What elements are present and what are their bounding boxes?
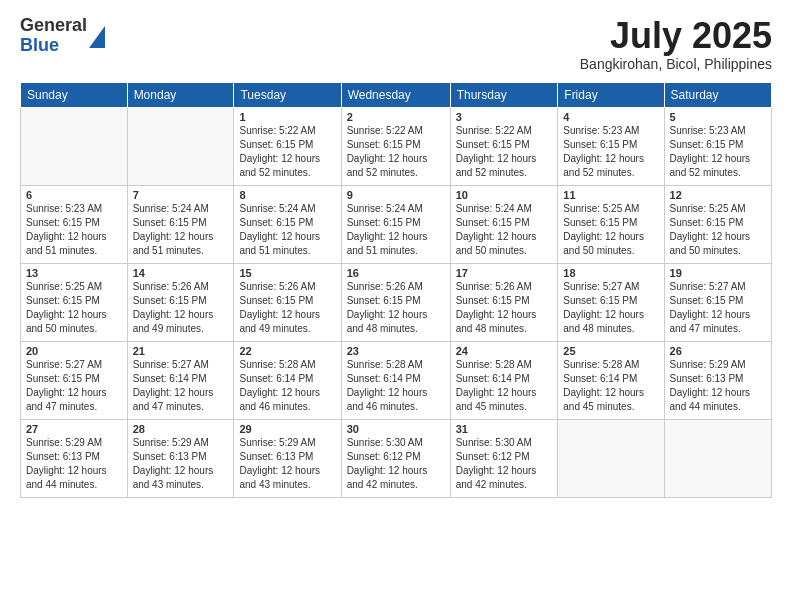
day-cell: 25Sunrise: 5:28 AM Sunset: 6:14 PM Dayli… bbox=[558, 341, 664, 419]
day-info: Sunrise: 5:22 AM Sunset: 6:15 PM Dayligh… bbox=[239, 124, 335, 180]
day-info: Sunrise: 5:24 AM Sunset: 6:15 PM Dayligh… bbox=[456, 202, 553, 258]
day-cell: 26Sunrise: 5:29 AM Sunset: 6:13 PM Dayli… bbox=[664, 341, 771, 419]
day-info: Sunrise: 5:29 AM Sunset: 6:13 PM Dayligh… bbox=[670, 358, 766, 414]
day-cell bbox=[21, 107, 128, 185]
day-cell: 3Sunrise: 5:22 AM Sunset: 6:15 PM Daylig… bbox=[450, 107, 558, 185]
day-number: 5 bbox=[670, 111, 766, 123]
day-info: Sunrise: 5:25 AM Sunset: 6:15 PM Dayligh… bbox=[26, 280, 122, 336]
day-number: 21 bbox=[133, 345, 229, 357]
day-cell: 1Sunrise: 5:22 AM Sunset: 6:15 PM Daylig… bbox=[234, 107, 341, 185]
day-number: 23 bbox=[347, 345, 445, 357]
day-cell: 31Sunrise: 5:30 AM Sunset: 6:12 PM Dayli… bbox=[450, 419, 558, 497]
day-cell: 20Sunrise: 5:27 AM Sunset: 6:15 PM Dayli… bbox=[21, 341, 128, 419]
col-tuesday: Tuesday bbox=[234, 82, 341, 107]
day-cell: 27Sunrise: 5:29 AM Sunset: 6:13 PM Dayli… bbox=[21, 419, 128, 497]
day-number: 14 bbox=[133, 267, 229, 279]
day-cell: 7Sunrise: 5:24 AM Sunset: 6:15 PM Daylig… bbox=[127, 185, 234, 263]
day-number: 8 bbox=[239, 189, 335, 201]
calendar-header-row: Sunday Monday Tuesday Wednesday Thursday… bbox=[21, 82, 772, 107]
day-number: 12 bbox=[670, 189, 766, 201]
day-info: Sunrise: 5:23 AM Sunset: 6:15 PM Dayligh… bbox=[670, 124, 766, 180]
day-number: 29 bbox=[239, 423, 335, 435]
month-title: July 2025 bbox=[580, 16, 772, 56]
day-cell: 8Sunrise: 5:24 AM Sunset: 6:15 PM Daylig… bbox=[234, 185, 341, 263]
day-number: 10 bbox=[456, 189, 553, 201]
day-cell: 24Sunrise: 5:28 AM Sunset: 6:14 PM Dayli… bbox=[450, 341, 558, 419]
col-thursday: Thursday bbox=[450, 82, 558, 107]
day-cell: 13Sunrise: 5:25 AM Sunset: 6:15 PM Dayli… bbox=[21, 263, 128, 341]
day-cell: 9Sunrise: 5:24 AM Sunset: 6:15 PM Daylig… bbox=[341, 185, 450, 263]
page: General Blue July 2025 Bangkirohan, Bico… bbox=[0, 0, 792, 612]
header: General Blue July 2025 Bangkirohan, Bico… bbox=[20, 16, 772, 72]
day-number: 13 bbox=[26, 267, 122, 279]
day-number: 17 bbox=[456, 267, 553, 279]
day-number: 2 bbox=[347, 111, 445, 123]
day-cell: 17Sunrise: 5:26 AM Sunset: 6:15 PM Dayli… bbox=[450, 263, 558, 341]
week-row-2: 6Sunrise: 5:23 AM Sunset: 6:15 PM Daylig… bbox=[21, 185, 772, 263]
week-row-1: 1Sunrise: 5:22 AM Sunset: 6:15 PM Daylig… bbox=[21, 107, 772, 185]
day-info: Sunrise: 5:22 AM Sunset: 6:15 PM Dayligh… bbox=[456, 124, 553, 180]
day-number: 25 bbox=[563, 345, 658, 357]
day-cell: 21Sunrise: 5:27 AM Sunset: 6:14 PM Dayli… bbox=[127, 341, 234, 419]
day-info: Sunrise: 5:26 AM Sunset: 6:15 PM Dayligh… bbox=[239, 280, 335, 336]
day-number: 6 bbox=[26, 189, 122, 201]
day-cell: 30Sunrise: 5:30 AM Sunset: 6:12 PM Dayli… bbox=[341, 419, 450, 497]
day-info: Sunrise: 5:22 AM Sunset: 6:15 PM Dayligh… bbox=[347, 124, 445, 180]
day-cell: 10Sunrise: 5:24 AM Sunset: 6:15 PM Dayli… bbox=[450, 185, 558, 263]
day-number: 20 bbox=[26, 345, 122, 357]
day-cell: 19Sunrise: 5:27 AM Sunset: 6:15 PM Dayli… bbox=[664, 263, 771, 341]
day-info: Sunrise: 5:28 AM Sunset: 6:14 PM Dayligh… bbox=[347, 358, 445, 414]
day-cell: 18Sunrise: 5:27 AM Sunset: 6:15 PM Dayli… bbox=[558, 263, 664, 341]
day-info: Sunrise: 5:27 AM Sunset: 6:15 PM Dayligh… bbox=[670, 280, 766, 336]
day-info: Sunrise: 5:29 AM Sunset: 6:13 PM Dayligh… bbox=[26, 436, 122, 492]
day-cell: 6Sunrise: 5:23 AM Sunset: 6:15 PM Daylig… bbox=[21, 185, 128, 263]
day-number: 11 bbox=[563, 189, 658, 201]
day-cell: 15Sunrise: 5:26 AM Sunset: 6:15 PM Dayli… bbox=[234, 263, 341, 341]
day-info: Sunrise: 5:30 AM Sunset: 6:12 PM Dayligh… bbox=[456, 436, 553, 492]
day-info: Sunrise: 5:26 AM Sunset: 6:15 PM Dayligh… bbox=[133, 280, 229, 336]
day-cell: 11Sunrise: 5:25 AM Sunset: 6:15 PM Dayli… bbox=[558, 185, 664, 263]
day-info: Sunrise: 5:26 AM Sunset: 6:15 PM Dayligh… bbox=[347, 280, 445, 336]
day-number: 7 bbox=[133, 189, 229, 201]
logo-blue: Blue bbox=[20, 36, 87, 56]
day-info: Sunrise: 5:26 AM Sunset: 6:15 PM Dayligh… bbox=[456, 280, 553, 336]
location-subtitle: Bangkirohan, Bicol, Philippines bbox=[580, 56, 772, 72]
day-number: 22 bbox=[239, 345, 335, 357]
day-cell: 23Sunrise: 5:28 AM Sunset: 6:14 PM Dayli… bbox=[341, 341, 450, 419]
day-info: Sunrise: 5:30 AM Sunset: 6:12 PM Dayligh… bbox=[347, 436, 445, 492]
day-cell: 28Sunrise: 5:29 AM Sunset: 6:13 PM Dayli… bbox=[127, 419, 234, 497]
col-sunday: Sunday bbox=[21, 82, 128, 107]
day-info: Sunrise: 5:28 AM Sunset: 6:14 PM Dayligh… bbox=[563, 358, 658, 414]
day-number: 1 bbox=[239, 111, 335, 123]
week-row-4: 20Sunrise: 5:27 AM Sunset: 6:15 PM Dayli… bbox=[21, 341, 772, 419]
day-info: Sunrise: 5:28 AM Sunset: 6:14 PM Dayligh… bbox=[239, 358, 335, 414]
day-number: 15 bbox=[239, 267, 335, 279]
svg-marker-0 bbox=[89, 26, 105, 48]
day-info: Sunrise: 5:27 AM Sunset: 6:15 PM Dayligh… bbox=[26, 358, 122, 414]
day-number: 31 bbox=[456, 423, 553, 435]
day-info: Sunrise: 5:29 AM Sunset: 6:13 PM Dayligh… bbox=[133, 436, 229, 492]
day-info: Sunrise: 5:27 AM Sunset: 6:14 PM Dayligh… bbox=[133, 358, 229, 414]
col-wednesday: Wednesday bbox=[341, 82, 450, 107]
logo-icon bbox=[89, 26, 105, 48]
day-cell bbox=[664, 419, 771, 497]
col-monday: Monday bbox=[127, 82, 234, 107]
logo-general: General bbox=[20, 16, 87, 36]
day-cell: 16Sunrise: 5:26 AM Sunset: 6:15 PM Dayli… bbox=[341, 263, 450, 341]
day-number: 4 bbox=[563, 111, 658, 123]
day-cell bbox=[127, 107, 234, 185]
day-number: 3 bbox=[456, 111, 553, 123]
day-cell: 2Sunrise: 5:22 AM Sunset: 6:15 PM Daylig… bbox=[341, 107, 450, 185]
day-info: Sunrise: 5:24 AM Sunset: 6:15 PM Dayligh… bbox=[347, 202, 445, 258]
day-number: 19 bbox=[670, 267, 766, 279]
title-block: July 2025 Bangkirohan, Bicol, Philippine… bbox=[580, 16, 772, 72]
day-number: 16 bbox=[347, 267, 445, 279]
day-cell: 5Sunrise: 5:23 AM Sunset: 6:15 PM Daylig… bbox=[664, 107, 771, 185]
col-saturday: Saturday bbox=[664, 82, 771, 107]
day-info: Sunrise: 5:25 AM Sunset: 6:15 PM Dayligh… bbox=[563, 202, 658, 258]
day-info: Sunrise: 5:24 AM Sunset: 6:15 PM Dayligh… bbox=[239, 202, 335, 258]
day-info: Sunrise: 5:24 AM Sunset: 6:15 PM Dayligh… bbox=[133, 202, 229, 258]
day-number: 26 bbox=[670, 345, 766, 357]
day-number: 28 bbox=[133, 423, 229, 435]
day-info: Sunrise: 5:28 AM Sunset: 6:14 PM Dayligh… bbox=[456, 358, 553, 414]
